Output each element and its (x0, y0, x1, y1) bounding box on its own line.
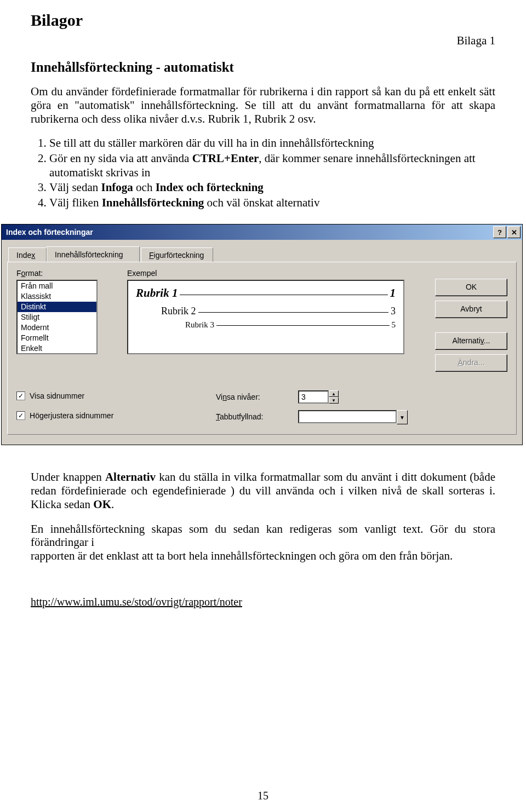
intro-paragraph: Om du använder fördefinierade formatmall… (31, 85, 495, 125)
check-icon: ✓ (16, 411, 25, 420)
section-heading: Innehållsförteckning - automatiskt (31, 60, 495, 75)
example-label: Exempel (127, 269, 157, 278)
footer-url[interactable]: http://www.iml.umu.se/stod/ovrigt/rappor… (31, 596, 495, 608)
preview-r2: Rubrik 2 (161, 306, 196, 317)
format-item[interactable]: Klassiskt (18, 291, 96, 302)
spin-down-icon[interactable]: ▼ (329, 397, 339, 404)
step-4: Välj fliken Innehållsförteckning och väl… (49, 196, 495, 210)
format-item[interactable]: Formellt (18, 333, 96, 343)
format-item[interactable]: Stiligt (18, 312, 96, 323)
tab-toc[interactable]: Innehållsförteckning (47, 246, 140, 262)
levels-label: Vinsa nivåer: (216, 393, 260, 401)
after-paragraph-1: Under knappen Alternativ kan du ställa i… (31, 470, 495, 511)
format-item[interactable]: Modernt (18, 323, 96, 333)
format-item-selected[interactable]: Distinkt (18, 302, 96, 312)
cancel-button[interactable]: Avbryt (435, 301, 507, 318)
tabs-row: Index Innehållsförteckning Figurförteckn… (7, 247, 517, 262)
tabfill-label: Tabbutfyllnad: (216, 412, 263, 421)
right-align-checkbox[interactable]: ✓ Högerjustera sidnummer (16, 411, 113, 420)
after-paragraph-3: rapporten är det enklast att ta bort hel… (31, 549, 495, 563)
ok-button[interactable]: OK (435, 279, 507, 296)
page-number: 15 (0, 790, 526, 802)
combo-dropdown-icon[interactable]: ▼ (397, 410, 408, 424)
dialog-titlebar[interactable]: Index och förteckningar ? ✕ (2, 224, 522, 240)
options-button[interactable]: Alternativ... (435, 332, 507, 350)
step-1: Se till att du ställer markören där du v… (49, 136, 495, 151)
step-3: Välj sedan Infoga och Index och förteckn… (49, 181, 495, 195)
steps-list: Se till att du ställer markören där du v… (49, 136, 495, 210)
tab-fig[interactable]: Figurförteckning (141, 247, 213, 262)
levels-field[interactable]: 3 (298, 390, 329, 404)
preview-r3: Rubrik 3 (185, 320, 214, 330)
close-button[interactable]: ✕ (507, 226, 521, 238)
help-button[interactable]: ? (493, 226, 506, 238)
preview-box: Rubrik 11 Rubrik 23 Rubrik 35 (127, 280, 404, 354)
spin-up-icon[interactable]: ▲ (329, 390, 339, 397)
show-pagenum-checkbox[interactable]: ✓ Visa sidnummer (16, 391, 84, 400)
format-listbox[interactable]: Från mall Klassiskt Distinkt Stiligt Mod… (16, 280, 98, 354)
step-2: Gör en ny sida via att använda CTRL+Ente… (49, 152, 495, 180)
preview-r1: Rubrik 1 (136, 286, 178, 300)
dialog-index-fort: Index och förteckningar ? ✕ Index Innehå… (1, 224, 523, 445)
tab-index[interactable]: Index (8, 247, 47, 262)
format-item[interactable]: Enkelt (18, 343, 96, 354)
tab-panel: Format: Från mall Klassiskt Distinkt Sti… (7, 262, 517, 435)
format-label: Format: (16, 269, 43, 278)
modify-button[interactable]: Ändra... (435, 354, 507, 372)
attachment-label: Bilaga 1 (31, 34, 495, 48)
dialog-title: Index och förteckningar (6, 228, 93, 237)
check-icon: ✓ (16, 391, 25, 400)
levels-spinner[interactable]: ▲ ▼ (329, 390, 339, 404)
format-item[interactable]: Från mall (18, 281, 96, 291)
page-heading: Bilagor (31, 11, 495, 30)
tabfill-combo[interactable] (298, 410, 397, 423)
after-paragraph-2: En innehållsförteckning skapas som du se… (31, 522, 495, 550)
